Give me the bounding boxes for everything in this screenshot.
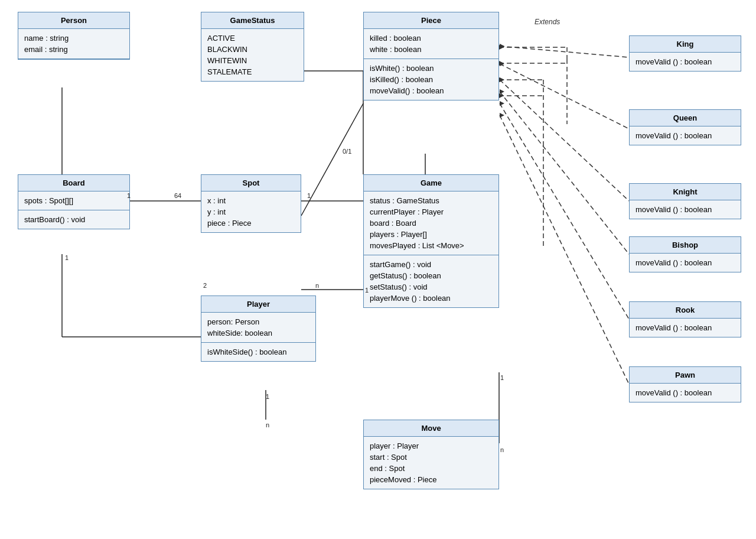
class-knight: Knight moveValid () : boolean bbox=[629, 183, 741, 219]
class-game: Game status : GameStatus currentPlayer :… bbox=[363, 174, 499, 308]
svg-line-31 bbox=[500, 92, 629, 254]
spot-attr-y: y : int bbox=[207, 206, 295, 217]
game-attr-players: players : Player[] bbox=[370, 229, 493, 240]
svg-line-29 bbox=[500, 80, 629, 201]
class-rook-header: Rook bbox=[630, 302, 741, 319]
class-player-methods: isWhiteSide() : boolean bbox=[201, 343, 315, 361]
game-attr-movesplayed: movesPlayed : List <Move> bbox=[370, 240, 493, 251]
player-attr-person: person: Person bbox=[207, 316, 309, 327]
label-player-game-n: n bbox=[315, 282, 319, 289]
class-rook: Rook moveValid () : boolean bbox=[629, 301, 741, 337]
svg-marker-21 bbox=[499, 77, 504, 82]
svg-line-35 bbox=[500, 115, 629, 384]
class-rook-methods: moveValid () : boolean bbox=[630, 319, 741, 337]
class-bishop-header: Bishop bbox=[630, 237, 741, 254]
class-pawn: Pawn moveValid () : boolean bbox=[629, 366, 741, 402]
class-knight-methods: moveValid () : boolean bbox=[630, 200, 741, 219]
game-attr-board: board : Board bbox=[370, 217, 493, 229]
svg-marker-30 bbox=[500, 77, 504, 82]
king-method-movevalid: moveValid () : boolean bbox=[636, 56, 735, 67]
gamestatus-whitewin: WHITEWIN bbox=[207, 55, 298, 66]
label-board-1: 1 bbox=[127, 192, 131, 199]
class-king-methods: moveValid () : boolean bbox=[630, 53, 741, 71]
class-spot: Spot x : int y : int piece : Piece bbox=[201, 174, 301, 233]
class-move-attrs: player : Player start : Spot end : Spot … bbox=[364, 437, 498, 489]
knight-method-movevalid: moveValid () : boolean bbox=[636, 204, 735, 215]
piece-method-iskilled: isKilled() : boolean bbox=[370, 74, 493, 85]
class-piece-methods: isWhite() : boolean isKilled() : boolean… bbox=[364, 59, 498, 100]
label-spot-1: 1 bbox=[307, 192, 311, 199]
game-attr-currentplayer: currentPlayer : Player bbox=[370, 206, 493, 217]
class-game-methods: startGame() : void getStatus() : boolean… bbox=[364, 255, 498, 307]
label-game-move-1: 1 bbox=[500, 374, 504, 381]
move-attr-piecemoved: pieceMoved : Piece bbox=[370, 474, 493, 485]
extends-label: Extends bbox=[535, 18, 560, 26]
player-attr-whiteside: whiteSide: boolean bbox=[207, 327, 309, 339]
class-move-header: Move bbox=[364, 420, 498, 437]
class-player: Player person: Person whiteSide: boolean… bbox=[201, 296, 316, 362]
class-spot-attrs: x : int y : int piece : Piece bbox=[201, 191, 301, 232]
class-person-header: Person bbox=[18, 12, 129, 29]
svg-marker-28 bbox=[500, 61, 504, 66]
class-pawn-header: Pawn bbox=[630, 367, 741, 384]
class-knight-header: Knight bbox=[630, 184, 741, 200]
class-piece-attrs: killed : boolean white : boolean bbox=[364, 29, 498, 59]
piece-method-movevalid: moveValid() : boolean bbox=[370, 85, 493, 96]
class-king: King moveValid () : boolean bbox=[629, 35, 741, 72]
class-board-methods: startBoard() : void bbox=[18, 210, 129, 229]
label-player-move-n: n bbox=[266, 421, 269, 428]
spot-attr-piece: piece : Piece bbox=[207, 217, 295, 229]
class-piece: Piece killed : boolean white : boolean i… bbox=[363, 12, 499, 100]
move-attr-player: player : Player bbox=[370, 440, 493, 452]
class-player-header: Player bbox=[201, 296, 315, 313]
piece-attr-killed: killed : boolean bbox=[370, 33, 493, 44]
svg-line-27 bbox=[500, 64, 629, 129]
svg-marker-18 bbox=[499, 61, 504, 66]
class-board-header: Board bbox=[18, 175, 129, 191]
class-queen: Queen moveValid () : boolean bbox=[629, 109, 741, 145]
game-method-playermove: playerMove () : boolean bbox=[370, 293, 493, 304]
svg-marker-36 bbox=[500, 113, 504, 118]
label-board-64: 64 bbox=[174, 192, 181, 199]
pawn-method-movevalid: moveValid () : boolean bbox=[636, 387, 735, 398]
piece-attr-white: white : boolean bbox=[370, 44, 493, 55]
class-piece-header: Piece bbox=[364, 12, 498, 29]
gamestatus-body: ACTIVE BLACKWIN WHITEWIN STALEMATE bbox=[201, 29, 304, 81]
label-game-move-n: n bbox=[500, 446, 504, 453]
svg-line-25 bbox=[500, 46, 629, 57]
person-attr-email: email : string bbox=[24, 44, 123, 55]
class-queen-methods: moveValid () : boolean bbox=[630, 126, 741, 145]
svg-marker-26 bbox=[500, 44, 504, 48]
queen-method-movevalid: moveValid () : boolean bbox=[636, 130, 735, 141]
class-person: Person name : string email : string bbox=[18, 12, 130, 60]
class-game-header: Game bbox=[364, 175, 498, 191]
board-attr-spots: spots : Spot[][] bbox=[24, 195, 123, 206]
gamestatus-header: GameStatus bbox=[201, 12, 304, 29]
class-game-attrs: status : GameStatus currentPlayer : Play… bbox=[364, 191, 498, 255]
svg-marker-15 bbox=[499, 45, 504, 50]
class-gamestatus: GameStatus ACTIVE BLACKWIN WHITEWIN STAL… bbox=[201, 12, 304, 82]
class-player-attrs: person: Person whiteSide: boolean bbox=[201, 313, 315, 343]
game-method-startgame: startGame() : void bbox=[370, 259, 493, 270]
class-move: Move player : Player start : Spot end : … bbox=[363, 420, 499, 489]
class-spot-header: Spot bbox=[201, 175, 301, 191]
class-queen-header: Queen bbox=[630, 110, 741, 126]
class-bishop: Bishop moveValid () : boolean bbox=[629, 236, 741, 272]
label-piece-01: 0/1 bbox=[343, 148, 351, 155]
class-pawn-methods: moveValid () : boolean bbox=[630, 384, 741, 402]
gamestatus-active: ACTIVE bbox=[207, 33, 298, 44]
svg-marker-32 bbox=[500, 89, 504, 94]
svg-marker-34 bbox=[500, 101, 504, 106]
board-method-startboard: startBoard() : void bbox=[24, 214, 123, 225]
gamestatus-blackwin: BLACKWIN bbox=[207, 44, 298, 55]
class-bishop-methods: moveValid () : boolean bbox=[630, 254, 741, 272]
svg-line-33 bbox=[500, 103, 629, 319]
move-attr-end: end : Spot bbox=[370, 463, 493, 474]
label-player-move-1: 1 bbox=[266, 393, 269, 400]
game-method-setstatus: setStatus() : void bbox=[370, 281, 493, 293]
label-board-1b: 1 bbox=[65, 254, 69, 261]
game-method-getstatus: getStatus() : boolean bbox=[370, 270, 493, 281]
label-player-2: 2 bbox=[203, 282, 207, 289]
rook-method-movevalid: moveValid () : boolean bbox=[636, 322, 735, 333]
game-attr-status: status : GameStatus bbox=[370, 195, 493, 206]
